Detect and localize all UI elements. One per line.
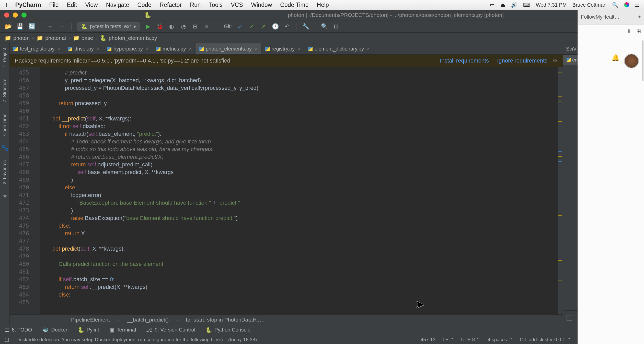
cursor-position[interactable]: 457:13 xyxy=(421,337,435,342)
tool-vcs[interactable]: ⎇9: Version Control xyxy=(146,327,195,333)
run-button-icon[interactable]: ▶ xyxy=(144,23,152,30)
search-icon[interactable]: 🔍 xyxy=(321,23,328,30)
menu-window[interactable]: Window xyxy=(251,2,272,8)
avatar[interactable] xyxy=(624,54,639,68)
tool-codetime[interactable]: Code Time xyxy=(2,111,7,138)
editor-tab[interactable]: element_dictionary.py× xyxy=(304,43,374,54)
browser-tab[interactable]: FollowMyHealt… xyxy=(581,14,637,20)
close-icon[interactable]: × xyxy=(58,46,61,52)
debug-button-icon[interactable]: 🐞 xyxy=(156,23,163,30)
menu-run[interactable]: Run xyxy=(190,2,201,8)
breadcrumb-item[interactable]: 📁photonai xyxy=(37,35,66,41)
notification-center-icon[interactable]: ☰ xyxy=(635,2,639,8)
find-in-path-icon[interactable]: ⊡ xyxy=(332,23,340,30)
line-separator[interactable]: LF ⌃ xyxy=(443,337,454,342)
screen-mirror-icon[interactable]: ▭ xyxy=(490,2,495,8)
code-text[interactable]: # predict y_pred = delegate(X_batched, *… xyxy=(40,67,558,314)
window-minimize-button[interactable] xyxy=(13,13,18,18)
indent-setting[interactable]: 4 spaces ⌃ xyxy=(488,337,513,342)
editor-tab[interactable]: registry.py× xyxy=(261,43,304,54)
breadcrumb-item[interactable]: 📁base xyxy=(73,35,93,41)
close-icon[interactable]: × xyxy=(367,46,370,52)
menu-code[interactable]: Code xyxy=(137,2,151,8)
fold-gutter[interactable] xyxy=(33,67,40,314)
scrollbar[interactable] xyxy=(642,40,643,81)
checkbox-icon[interactable] xyxy=(567,315,572,321)
settings-icon[interactable]: 🔧 xyxy=(302,23,309,30)
status-icon[interactable]: ▢ xyxy=(5,337,9,342)
git-branch[interactable]: Git: add-cluster-0.0.1 ⌃ xyxy=(520,337,571,342)
tool-terminal[interactable]: ▣Terminal xyxy=(109,327,136,333)
tool-docker[interactable]: 🐳Docker xyxy=(42,327,67,333)
breadcrumb-file[interactable]: 🐍photon_elements.py xyxy=(100,35,157,41)
bell-icon[interactable]: 🔔 xyxy=(611,54,619,62)
editor-tab[interactable]: driver.py× xyxy=(64,43,103,54)
error-stripe[interactable] xyxy=(558,67,563,314)
breadcrumb-root[interactable]: 📁photon xyxy=(5,35,30,41)
close-icon[interactable]: × xyxy=(298,46,301,52)
gear-icon[interactable]: ⚙ xyxy=(553,57,558,64)
code-editor[interactable]: 455 456 457 458 459 460 461 462 463 464 … xyxy=(10,67,563,314)
window-maximize-button[interactable] xyxy=(21,13,27,18)
concurrency-icon[interactable]: ⊞ xyxy=(191,23,199,30)
close-icon[interactable]: × xyxy=(97,46,100,52)
tabs-icon[interactable]: ⊞ xyxy=(636,28,641,35)
editor-tab[interactable]: test_register.py× xyxy=(10,43,64,54)
eject-icon[interactable]: ⏏ xyxy=(500,2,505,8)
editor-tab[interactable]: metrics.py× xyxy=(152,43,195,54)
menu-navigate[interactable]: Navigate xyxy=(106,2,129,8)
refresh-icon[interactable]: 🔄 xyxy=(28,23,35,30)
git-history-icon[interactable]: 🕐 xyxy=(272,23,279,30)
coverage-icon[interactable]: ◐ xyxy=(168,23,175,30)
window-close-button[interactable] xyxy=(4,13,9,18)
tool-python-console[interactable]: 🐍Python Console xyxy=(205,327,250,333)
git-rollback-icon[interactable]: ↶ xyxy=(283,23,291,30)
stop-icon[interactable]: ■ xyxy=(203,23,210,30)
file-encoding[interactable]: UTF-8 ⌃ xyxy=(461,337,480,342)
app-name[interactable]: PyCharm xyxy=(15,2,41,8)
paw-icon[interactable]: 🐾 xyxy=(1,144,9,152)
navtrail-item[interactable]: for start, stop in PhotonDataHe… xyxy=(186,317,265,323)
tool-project[interactable]: 1: Project xyxy=(2,45,7,70)
menu-file[interactable]: File xyxy=(49,2,59,8)
siri-icon[interactable] xyxy=(624,2,629,7)
save-icon[interactable]: 💾 xyxy=(16,23,24,30)
open-icon[interactable]: 📂 xyxy=(5,23,12,30)
star-icon[interactable]: ★ xyxy=(3,193,7,199)
volume-icon[interactable]: 🔊 xyxy=(511,2,517,8)
tool-todo[interactable]: ☰6: TODO xyxy=(5,327,32,333)
git-commit-icon[interactable]: ✓ xyxy=(248,23,255,30)
menu-edit[interactable]: Edit xyxy=(67,2,77,8)
tool-pylint[interactable]: 🐍Pylint xyxy=(78,327,99,333)
navtrail-item[interactable]: PipelineElement xyxy=(71,317,110,323)
menubar-user[interactable]: Bruce Cottman xyxy=(572,2,606,8)
spotlight-icon[interactable]: 🔍 xyxy=(612,2,618,8)
menu-refactor[interactable]: Refactor xyxy=(159,2,182,8)
git-pull-icon[interactable]: ↙ xyxy=(236,23,244,30)
menu-view[interactable]: View xyxy=(85,2,98,8)
keyboard-icon[interactable]: ⌨ xyxy=(523,2,530,8)
tool-favorites[interactable]: 2: Favorites xyxy=(2,158,7,187)
close-icon[interactable]: × xyxy=(255,46,258,52)
profile-icon[interactable]: ◔ xyxy=(180,23,187,30)
forward-icon[interactable]: → xyxy=(59,23,66,30)
new-tab-icon[interactable]: + xyxy=(638,14,641,20)
close-icon[interactable]: × xyxy=(146,46,149,52)
ignore-requirements-link[interactable]: Ignore requirements xyxy=(497,57,547,64)
menu-codetime[interactable]: Code Time xyxy=(280,2,308,8)
git-push-icon[interactable]: ↗ xyxy=(260,23,267,30)
menu-vcs[interactable]: VCS xyxy=(231,2,243,8)
run-config-selector[interactable]: 🐍 pytest in tests_ext ▾ xyxy=(77,22,140,31)
share-icon[interactable]: ⇪ xyxy=(627,28,631,35)
navtrail-item[interactable]: __batch_predict() xyxy=(127,317,169,323)
menu-help[interactable]: Help xyxy=(317,2,329,8)
apple-menu-icon[interactable]:  xyxy=(5,1,7,9)
close-icon[interactable]: × xyxy=(189,46,192,52)
menubar-clock[interactable]: Wed 7:31 PM xyxy=(536,2,567,8)
menu-tools[interactable]: Tools xyxy=(209,2,223,8)
editor-tab[interactable]: hyperpipe.py× xyxy=(103,43,152,54)
tool-structure[interactable]: 7: Structure xyxy=(2,76,7,105)
back-icon[interactable]: ← xyxy=(47,23,54,30)
install-requirements-link[interactable]: Install requirements xyxy=(440,57,489,64)
editor-tab[interactable]: photon_elements.py× xyxy=(195,43,261,54)
